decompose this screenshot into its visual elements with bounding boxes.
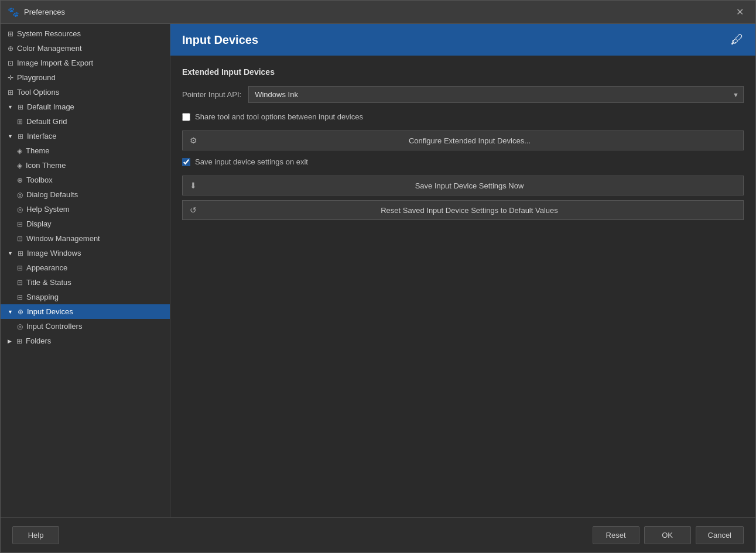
cancel-button[interactable]: Cancel bbox=[696, 526, 744, 544]
sidebar-item-dialog-defaults[interactable]: ◎Dialog Defaults bbox=[1, 187, 170, 202]
arrow-icon: ▼ bbox=[8, 133, 13, 139]
sidebar-icon: ⊞ bbox=[18, 132, 23, 140]
share-checkbox-label[interactable]: Share tool and tool options between inpu… bbox=[195, 112, 363, 121]
arrow-icon: ▶ bbox=[8, 338, 12, 344]
sidebar-item-default-grid[interactable]: ⊞Default Grid bbox=[1, 114, 170, 129]
sidebar-item-label: Default Grid bbox=[26, 117, 67, 126]
save-icon: ⬇ bbox=[190, 181, 197, 190]
sidebar-item-label: Folders bbox=[26, 336, 51, 345]
sidebar-item-label: Interface bbox=[27, 132, 57, 140]
sidebar-item-label: Appearance bbox=[26, 263, 67, 272]
footer-right: Reset OK Cancel bbox=[593, 526, 744, 544]
sidebar-item-label: Icon Theme bbox=[26, 161, 66, 170]
configure-button[interactable]: ⚙ Configure Extended Input Devices... bbox=[182, 130, 744, 150]
sidebar-icon: ⊞ bbox=[8, 30, 13, 38]
close-button[interactable]: ✕ bbox=[731, 4, 748, 20]
sidebar-item-help-system[interactable]: ◎Help System bbox=[1, 202, 170, 217]
sidebar-item-toolbox[interactable]: ⊕Toolbox bbox=[1, 173, 170, 187]
sidebar-icon: ✛ bbox=[8, 74, 13, 82]
sidebar-item-label: Snapping bbox=[26, 293, 59, 301]
sidebar-item-label: System Resources bbox=[17, 29, 81, 38]
sidebar-item-image-windows[interactable]: ▼⊞Image Windows bbox=[1, 246, 170, 260]
sidebar-icon: ⊞ bbox=[18, 103, 23, 111]
reset-button[interactable]: Reset bbox=[593, 526, 639, 544]
reset-settings-row: ↺ Reset Saved Input Device Settings to D… bbox=[182, 200, 744, 220]
sidebar-icon: ◎ bbox=[17, 322, 23, 331]
ok-button[interactable]: OK bbox=[644, 526, 691, 544]
sidebar-icon: ⊟ bbox=[17, 220, 23, 228]
sidebar-item-playground[interactable]: ✛Playground bbox=[1, 70, 170, 85]
sidebar-item-interface[interactable]: ▼⊞Interface bbox=[1, 129, 170, 143]
sidebar-icon: ⊕ bbox=[18, 308, 23, 316]
sidebar-item-icon-theme[interactable]: ◈Icon Theme bbox=[1, 158, 170, 173]
sidebar-item-label: Input Controllers bbox=[26, 322, 82, 331]
sidebar-item-system-resources[interactable]: ⊞System Resources bbox=[1, 26, 170, 41]
content-header: Input Devices 🖊 bbox=[170, 24, 755, 56]
sidebar-item-label: Theme bbox=[26, 146, 49, 155]
sidebar-item-folders[interactable]: ▶⊞Folders bbox=[1, 334, 170, 348]
sidebar-icon: ⊞ bbox=[17, 118, 23, 126]
footer: Help Reset OK Cancel bbox=[1, 517, 755, 552]
sidebar-item-input-devices[interactable]: ▼⊕Input Devices bbox=[1, 304, 170, 319]
sidebar-icon: ◎ bbox=[17, 205, 23, 214]
section-title: Extended Input Devices bbox=[182, 67, 744, 77]
sidebar-item-label: Tool Options bbox=[17, 88, 59, 97]
sidebar-item-label: Dialog Defaults bbox=[26, 190, 78, 199]
sidebar-icon: ⊡ bbox=[8, 59, 13, 67]
sidebar-item-label: Toolbox bbox=[26, 176, 53, 184]
arrow-icon: ▼ bbox=[8, 250, 13, 256]
pointer-input-select[interactable]: Windows Ink WinTab Legacy bbox=[248, 86, 744, 103]
sidebar-icon: ⊟ bbox=[17, 264, 23, 272]
sidebar-item-appearance[interactable]: ⊟Appearance bbox=[1, 260, 170, 275]
sidebar-item-display[interactable]: ⊟Display bbox=[1, 217, 170, 231]
main-content: ⊞System Resources⊕Color Management⊡Image… bbox=[1, 24, 755, 517]
sidebar-item-snapping[interactable]: ⊟Snapping bbox=[1, 290, 170, 304]
sidebar-icon: ⊞ bbox=[18, 249, 23, 257]
sidebar-icon: ⊞ bbox=[8, 88, 13, 97]
reset-settings-button[interactable]: ↺ Reset Saved Input Device Settings to D… bbox=[182, 200, 744, 220]
sidebar-item-label: Image Windows bbox=[27, 249, 81, 257]
arrow-icon: ▼ bbox=[8, 104, 13, 110]
save-on-exit-row: Save input device settings on exit bbox=[182, 155, 744, 169]
sidebar-item-title-status[interactable]: ⊟Title & Status bbox=[1, 275, 170, 290]
save-on-exit-label[interactable]: Save input device settings on exit bbox=[195, 157, 308, 166]
sidebar-icon: ⊕ bbox=[17, 176, 23, 184]
sidebar-item-label: Default Image bbox=[27, 102, 74, 111]
sidebar-item-default-image[interactable]: ▼⊞Default Image bbox=[1, 99, 170, 114]
sidebar-item-label: Title & Status bbox=[26, 278, 71, 287]
save-settings-row: ⬇ Save Input Device Settings Now bbox=[182, 176, 744, 195]
save-button-label: Save Input Device Settings Now bbox=[203, 181, 736, 190]
sidebar-item-label: Image Import & Export bbox=[17, 59, 93, 67]
content-body: Extended Input Devices Pointer Input API… bbox=[170, 56, 755, 517]
reset-button-label: Reset Saved Input Device Settings to Def… bbox=[203, 206, 736, 215]
save-settings-button[interactable]: ⬇ Save Input Device Settings Now bbox=[182, 176, 744, 195]
sidebar-item-input-controllers[interactable]: ◎Input Controllers bbox=[1, 319, 170, 334]
app-icon: 🐾 bbox=[8, 6, 19, 18]
pointer-input-label: Pointer Input API: bbox=[182, 90, 241, 99]
sidebar-item-label: Window Management bbox=[26, 234, 100, 243]
sidebar-item-window-management[interactable]: ⊡Window Management bbox=[1, 231, 170, 246]
sidebar-item-label: Input Devices bbox=[27, 307, 73, 316]
preferences-window: 🐾 Preferences ✕ ⊞System Resources⊕Color … bbox=[0, 0, 756, 553]
sidebar-icon: ◎ bbox=[17, 191, 23, 199]
share-checkbox-row: Share tool and tool options between inpu… bbox=[182, 110, 744, 123]
share-checkbox[interactable] bbox=[182, 113, 190, 121]
save-on-exit-checkbox[interactable] bbox=[182, 158, 190, 166]
sidebar-icon: ◈ bbox=[17, 162, 22, 170]
configure-button-label: Configure Extended Input Devices... bbox=[203, 136, 736, 145]
window-title: Preferences bbox=[24, 8, 731, 16]
sidebar: ⊞System Resources⊕Color Management⊡Image… bbox=[1, 24, 170, 517]
configure-icon: ⚙ bbox=[190, 136, 197, 145]
sidebar-item-color-management[interactable]: ⊕Color Management bbox=[1, 41, 170, 56]
sidebar-item-label: Help System bbox=[26, 205, 70, 214]
sidebar-item-tool-options[interactable]: ⊞Tool Options bbox=[1, 85, 170, 99]
sidebar-item-image-import-export[interactable]: ⊡Image Import & Export bbox=[1, 56, 170, 70]
sidebar-item-theme[interactable]: ◈Theme bbox=[1, 143, 170, 158]
titlebar: 🐾 Preferences ✕ bbox=[1, 1, 755, 24]
pointer-input-select-wrapper: Windows Ink WinTab Legacy ▼ bbox=[248, 86, 744, 103]
sidebar-item-label: Color Management bbox=[17, 44, 82, 53]
help-button[interactable]: Help bbox=[12, 526, 59, 544]
header-device-icon: 🖊 bbox=[731, 32, 744, 47]
sidebar-icon: ⊡ bbox=[17, 235, 23, 243]
configure-button-row: ⚙ Configure Extended Input Devices... bbox=[182, 130, 744, 150]
